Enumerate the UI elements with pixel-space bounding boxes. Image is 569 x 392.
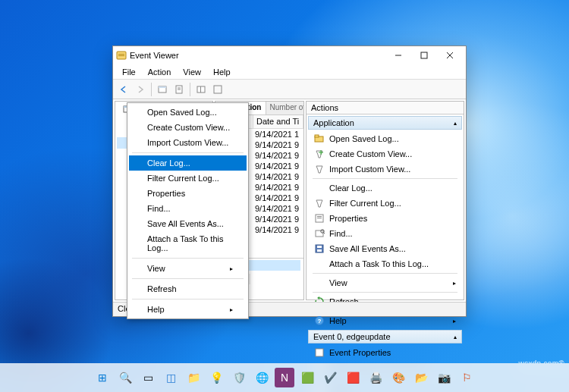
ctx-properties[interactable]: Properties xyxy=(129,186,247,201)
window-title: Event Viewer xyxy=(130,51,385,60)
svg-rect-47 xyxy=(317,218,322,218)
actions-pane: Actions Application▴ Open Saved Log...Cr… xyxy=(306,101,464,300)
actions-title: Actions xyxy=(307,102,464,114)
ctx-import-custom-view[interactable]: Import Custom View... xyxy=(129,135,247,150)
svg-line-50 xyxy=(324,233,325,234)
action-icon xyxy=(314,243,325,254)
toolbar-icon-2[interactable] xyxy=(171,82,187,97)
svg-rect-56 xyxy=(316,349,323,356)
taskbar-task-view-icon[interactable]: ▭ xyxy=(138,368,158,387)
submenu-arrow-icon: ▸ xyxy=(453,318,456,325)
ctx-find[interactable]: Find... xyxy=(129,201,247,216)
action-attach-a-task-to-this-log[interactable]: Attach a Task To this Log... xyxy=(307,256,464,271)
action-icon xyxy=(314,149,325,159)
ctx-view[interactable]: View▸ xyxy=(129,261,247,276)
titlebar[interactable]: Event Viewer xyxy=(113,46,466,64)
submenu-arrow-icon: ▸ xyxy=(230,306,233,313)
menu-action[interactable]: Action xyxy=(142,66,178,78)
submenu-arrow-icon: ▸ xyxy=(453,280,456,287)
svg-rect-14 xyxy=(214,86,222,93)
action-icon xyxy=(314,259,325,269)
submenu-arrow-icon: ▸ xyxy=(230,265,233,272)
svg-rect-53 xyxy=(317,249,322,252)
action-import-custom-view[interactable]: Import Custom View... xyxy=(307,162,464,177)
chevron-up-icon: ▴ xyxy=(454,120,457,127)
taskbar-paint-icon[interactable]: 🎨 xyxy=(388,368,408,387)
taskbar-app-g-icon[interactable]: 🟩 xyxy=(297,368,317,387)
ctx-clear-log[interactable]: Clear Log... xyxy=(129,155,247,171)
taskbar-edge-icon[interactable]: 🌐 xyxy=(252,368,272,387)
section-event[interactable]: Event 0, edgeupdate▴ xyxy=(308,330,462,343)
svg-rect-52 xyxy=(317,246,322,248)
app-icon xyxy=(116,50,127,61)
action-icon xyxy=(314,133,325,144)
svg-rect-46 xyxy=(317,216,322,217)
taskbar-folder2-icon[interactable]: 📂 xyxy=(411,368,431,387)
back-button[interactable] xyxy=(116,82,131,97)
toolbar-icon-3[interactable] xyxy=(193,82,209,97)
svg-rect-8 xyxy=(159,86,166,88)
action-filter-current-log[interactable]: Filter Current Log... xyxy=(307,196,464,211)
action-create-custom-view[interactable]: Create Custom View... xyxy=(307,146,464,162)
toolbar-icon-4[interactable] xyxy=(210,82,225,97)
action-event-properties[interactable]: Event Properties xyxy=(307,345,464,360)
taskbar-search-icon[interactable]: 🔍 xyxy=(115,368,135,387)
ctx-save-all-events-as[interactable]: Save All Events As... xyxy=(129,216,247,231)
maximize-button[interactable] xyxy=(411,47,437,64)
svg-rect-4 xyxy=(421,52,427,58)
taskbar-app-v-icon[interactable]: ✔️ xyxy=(320,368,340,387)
taskbar-camera-icon[interactable]: 📷 xyxy=(434,368,454,387)
action-clear-log[interactable]: Clear Log... xyxy=(307,180,464,196)
taskbar-mail-icon[interactable]: ⚐ xyxy=(457,368,476,387)
forward-button[interactable] xyxy=(133,82,148,97)
action-icon: ? xyxy=(314,315,325,326)
menubar: File Action View Help xyxy=(113,64,466,80)
menu-help[interactable]: Help xyxy=(207,66,237,78)
taskbar-onenote-icon[interactable]: N xyxy=(275,368,294,387)
taskbar-app-r-icon[interactable]: 🟥 xyxy=(343,368,363,387)
action-icon xyxy=(314,164,325,174)
chevron-up-icon: ▴ xyxy=(454,334,457,340)
event-count-label: Number of events xyxy=(266,102,303,114)
action-view[interactable]: View▸ xyxy=(307,275,464,290)
toolbar xyxy=(113,80,466,99)
action-icon xyxy=(314,183,325,193)
svg-rect-2 xyxy=(118,55,124,56)
action-open-saved-log[interactable]: Open Saved Log... xyxy=(307,131,464,146)
ctx-help[interactable]: Help▸ xyxy=(129,302,247,317)
action-icon xyxy=(314,228,325,239)
taskbar-lightbulb-icon[interactable]: 💡 xyxy=(206,368,226,387)
section-application[interactable]: Application▴ xyxy=(308,116,462,130)
svg-rect-1 xyxy=(118,54,124,55)
action-save-all-events-as[interactable]: Save All Events As... xyxy=(307,241,464,256)
action-icon xyxy=(314,278,325,288)
taskbar: ⊞🔍▭◫📁💡🛡️🌐N🟩✔️🟥🖨️🎨📂📷⚐ xyxy=(0,363,569,392)
taskbar-start-icon[interactable]: ⊞ xyxy=(93,368,112,387)
col-date[interactable]: Date and Ti xyxy=(253,115,303,128)
taskbar-widgets-icon[interactable]: ◫ xyxy=(161,368,181,387)
svg-rect-42 xyxy=(315,135,319,137)
action-icon xyxy=(314,198,325,209)
svg-rect-48 xyxy=(316,230,323,237)
svg-text:?: ? xyxy=(318,318,322,325)
ctx-filter-current-log[interactable]: Filter Current Log... xyxy=(129,171,247,186)
toolbar-icon-1[interactable] xyxy=(155,82,170,97)
menu-view[interactable]: View xyxy=(177,66,207,78)
ctx-open-saved-log[interactable]: Open Saved Log... xyxy=(129,105,247,120)
taskbar-explorer-icon[interactable]: 📁 xyxy=(184,368,203,387)
tree-toggle-icon[interactable] xyxy=(117,105,121,112)
ctx-attach-a-task-to-this-log[interactable]: Attach a Task To this Log... xyxy=(129,231,247,256)
action-icon xyxy=(314,347,325,358)
action-properties[interactable]: Properties xyxy=(307,211,464,226)
taskbar-printer-icon[interactable]: 🖨️ xyxy=(366,368,385,387)
action-find[interactable]: Find... xyxy=(307,226,464,241)
action-icon xyxy=(314,213,325,224)
close-button[interactable] xyxy=(437,47,463,64)
menu-file[interactable]: File xyxy=(116,66,142,78)
ctx-refresh[interactable]: Refresh xyxy=(129,281,247,296)
svg-rect-13 xyxy=(200,86,201,93)
taskbar-shield-icon[interactable]: 🛡️ xyxy=(229,368,249,387)
minimize-button[interactable] xyxy=(385,47,411,64)
context-menu: Open Saved Log...Create Custom View...Im… xyxy=(127,102,249,319)
ctx-create-custom-view[interactable]: Create Custom View... xyxy=(129,120,247,135)
